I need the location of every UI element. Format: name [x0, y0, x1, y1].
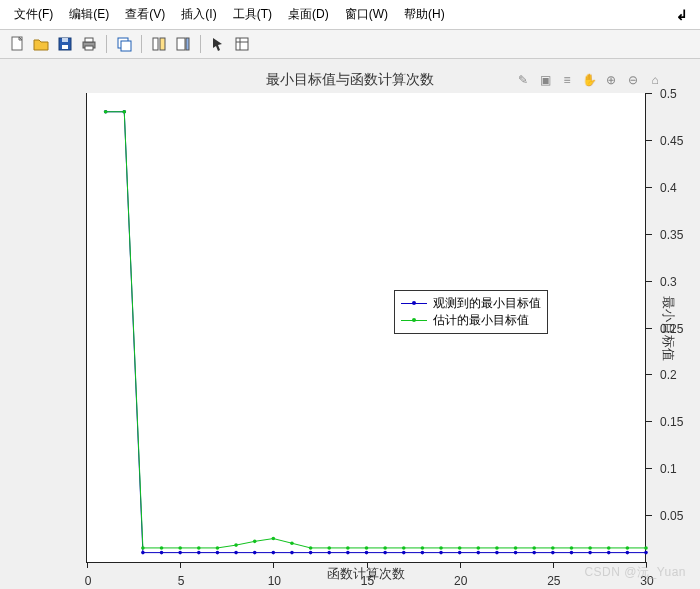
- y-tick: 0.3: [646, 281, 652, 282]
- series-marker: [309, 551, 313, 555]
- chart-container: 最小目标值与函数计算次数 ✎ ▣ ≡ ✋ ⊕ ⊖ ⌂ 观测到的最小目标值 估计的…: [6, 65, 694, 583]
- series-marker: [383, 546, 387, 550]
- series-marker: [122, 110, 126, 114]
- pan-icon[interactable]: ✋: [580, 71, 598, 89]
- menu-tools[interactable]: 工具(T): [225, 3, 280, 26]
- y-tick: 0.2: [646, 374, 652, 375]
- chart-legend[interactable]: 观测到的最小目标值 估计的最小目标值: [394, 290, 548, 334]
- series-marker: [532, 551, 536, 555]
- series-marker: [160, 546, 164, 550]
- toolbar-separator: [141, 35, 142, 53]
- series-marker: [290, 541, 294, 545]
- highlight-icon[interactable]: ▣: [536, 71, 554, 89]
- y-tick-label: 0.4: [652, 181, 677, 195]
- series-marker: [197, 546, 201, 550]
- y-tick-label: 0.45: [652, 134, 683, 148]
- series-marker: [141, 546, 145, 550]
- svg-rect-10: [160, 38, 165, 50]
- menu-window[interactable]: 窗口(W): [337, 3, 396, 26]
- series-marker: [216, 551, 220, 555]
- series-marker: [104, 110, 108, 114]
- series-marker: [346, 546, 350, 550]
- save-icon[interactable]: [54, 33, 76, 55]
- series-marker: [644, 546, 648, 550]
- menu-desktop[interactable]: 桌面(D): [280, 3, 337, 26]
- series-marker: [234, 551, 238, 555]
- svg-rect-6: [85, 46, 93, 50]
- legend-label: 观测到的最小目标值: [433, 295, 541, 312]
- x-axis-label: 函数计算次数: [86, 565, 646, 583]
- data-cursor-icon[interactable]: ≡: [558, 71, 576, 89]
- series-marker: [160, 551, 164, 555]
- svg-rect-3: [62, 38, 68, 42]
- series-marker: [421, 546, 425, 550]
- open-folder-icon[interactable]: [30, 33, 52, 55]
- new-file-icon[interactable]: [6, 33, 28, 55]
- duplicate-figure-icon[interactable]: [113, 33, 135, 55]
- zoom-in-icon[interactable]: ⊕: [602, 71, 620, 89]
- y-tick: 0.25: [646, 328, 652, 329]
- zoom-out-icon[interactable]: ⊖: [624, 71, 642, 89]
- series-marker: [626, 546, 630, 550]
- menu-insert[interactable]: 插入(I): [173, 3, 224, 26]
- series-marker: [588, 546, 592, 550]
- series-marker: [253, 540, 257, 544]
- toolbar-separator: [106, 35, 107, 53]
- plot-area: 最小目标值与函数计算次数 ✎ ▣ ≡ ✋ ⊕ ⊖ ⌂ 观测到的最小目标值 估计的…: [0, 59, 700, 589]
- y-tick-label: 0.15: [652, 415, 683, 429]
- print-icon[interactable]: [78, 33, 100, 55]
- y-tick-label: 0.5: [652, 87, 677, 101]
- chart-lines: [87, 93, 646, 562]
- menu-file[interactable]: 文件(F): [6, 3, 61, 26]
- link-axes-icon[interactable]: [148, 33, 170, 55]
- legend-entry-estimated: 估计的最小目标值: [401, 312, 541, 329]
- series-marker: [253, 551, 257, 555]
- series-marker: [607, 546, 611, 550]
- menu-help[interactable]: 帮助(H): [396, 3, 453, 26]
- menubar: 文件(F) 编辑(E) 查看(V) 插入(I) 工具(T) 桌面(D) 窗口(W…: [0, 0, 700, 30]
- series-marker: [495, 551, 499, 555]
- series-marker: [402, 546, 406, 550]
- window-dropdown-icon[interactable]: ↲: [670, 7, 694, 23]
- svg-rect-9: [153, 38, 158, 50]
- menu-edit[interactable]: 编辑(E): [61, 3, 117, 26]
- y-tick-label: 0.35: [652, 228, 683, 242]
- series-marker: [383, 551, 387, 555]
- pointer-icon[interactable]: [207, 33, 229, 55]
- series-marker: [514, 546, 518, 550]
- y-tick: 0.15: [646, 421, 652, 422]
- series-marker: [570, 551, 574, 555]
- series-marker: [570, 546, 574, 550]
- series-marker: [272, 551, 276, 555]
- chart-axes[interactable]: 观测到的最小目标值 估计的最小目标值 最小目标值 0.050.10.150.20…: [86, 93, 646, 563]
- toolbar-separator: [200, 35, 201, 53]
- y-tick-label: 0.3: [652, 275, 677, 289]
- series-marker: [272, 537, 276, 541]
- menu-view[interactable]: 查看(V): [117, 3, 173, 26]
- series-marker: [495, 546, 499, 550]
- svg-rect-12: [186, 38, 189, 50]
- annotate-icon[interactable]: [231, 33, 253, 55]
- series-marker: [551, 551, 555, 555]
- series-marker: [365, 546, 369, 550]
- series-marker: [141, 551, 145, 555]
- series-line: [106, 112, 646, 548]
- svg-rect-11: [177, 38, 185, 50]
- y-tick-label: 0.05: [652, 509, 683, 523]
- toolbar: [0, 30, 700, 59]
- series-marker: [290, 551, 294, 555]
- y-tick: 0.35: [646, 234, 652, 235]
- series-marker: [421, 551, 425, 555]
- brush-icon[interactable]: ✎: [514, 71, 532, 89]
- series-marker: [346, 551, 350, 555]
- insert-colorbar-icon[interactable]: [172, 33, 194, 55]
- series-marker: [327, 546, 331, 550]
- series-marker: [607, 551, 611, 555]
- series-marker: [458, 551, 462, 555]
- series-marker: [439, 551, 443, 555]
- series-marker: [477, 546, 481, 550]
- series-marker: [626, 551, 630, 555]
- series-marker: [532, 546, 536, 550]
- series-marker: [458, 546, 462, 550]
- watermark: CSDN @沅_Yuan: [584, 564, 686, 581]
